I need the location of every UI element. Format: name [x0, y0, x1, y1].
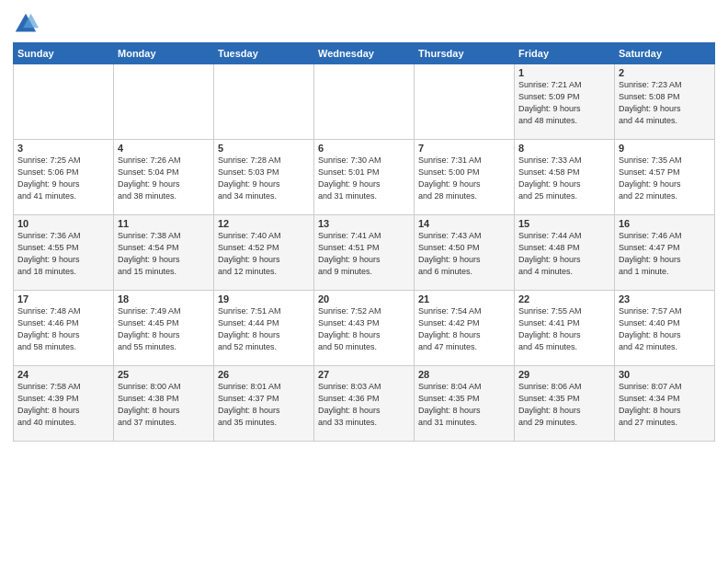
- day-info: Sunrise: 7:51 AM Sunset: 4:44 PM Dayligh…: [218, 305, 310, 353]
- header-cell-tuesday: Tuesday: [214, 43, 314, 64]
- day-info: Sunrise: 7:23 AM Sunset: 5:08 PM Dayligh…: [619, 79, 711, 127]
- header-cell-wednesday: Wednesday: [314, 43, 415, 64]
- calendar-row-2: 10Sunrise: 7:36 AM Sunset: 4:55 PM Dayli…: [14, 215, 715, 291]
- day-number: 4: [118, 143, 210, 154]
- day-info: Sunrise: 8:07 AM Sunset: 4:34 PM Dayligh…: [619, 381, 711, 429]
- day-info: Sunrise: 7:25 AM Sunset: 5:06 PM Dayligh…: [17, 155, 109, 202]
- day-number: 5: [218, 143, 310, 154]
- day-number: 1: [518, 67, 610, 78]
- day-info: Sunrise: 8:01 AM Sunset: 4:37 PM Dayligh…: [218, 381, 310, 429]
- day-info: Sunrise: 7:21 AM Sunset: 5:09 PM Dayligh…: [518, 79, 610, 127]
- day-number: 30: [619, 369, 711, 380]
- day-info: Sunrise: 7:36 AM Sunset: 4:55 PM Dayligh…: [17, 230, 109, 278]
- calendar-cell: 4Sunrise: 7:26 AM Sunset: 5:04 PM Daylig…: [114, 140, 214, 215]
- day-info: Sunrise: 8:06 AM Sunset: 4:35 PM Dayligh…: [518, 381, 610, 429]
- calendar-cell: 8Sunrise: 7:33 AM Sunset: 4:58 PM Daylig…: [515, 140, 615, 215]
- calendar-cell: 26Sunrise: 8:01 AM Sunset: 4:37 PM Dayli…: [214, 366, 314, 442]
- calendar-cell: 10Sunrise: 7:36 AM Sunset: 4:55 PM Dayli…: [14, 215, 114, 291]
- day-number: 14: [418, 218, 510, 229]
- day-number: 16: [619, 218, 711, 229]
- calendar-cell: [14, 64, 114, 140]
- day-info: Sunrise: 7:55 AM Sunset: 4:41 PM Dayligh…: [518, 305, 610, 353]
- calendar-cell: 5Sunrise: 7:28 AM Sunset: 5:03 PM Daylig…: [214, 140, 314, 215]
- day-number: 26: [218, 369, 310, 380]
- calendar-cell: 13Sunrise: 7:41 AM Sunset: 4:51 PM Dayli…: [314, 215, 415, 291]
- day-number: 28: [418, 369, 510, 380]
- day-info: Sunrise: 7:48 AM Sunset: 4:46 PM Dayligh…: [17, 305, 109, 353]
- calendar-cell: 20Sunrise: 7:52 AM Sunset: 4:43 PM Dayli…: [314, 291, 415, 366]
- day-info: Sunrise: 7:31 AM Sunset: 5:00 PM Dayligh…: [418, 155, 510, 202]
- calendar-cell: 16Sunrise: 7:46 AM Sunset: 4:47 PM Dayli…: [615, 215, 715, 291]
- calendar-cell: 27Sunrise: 8:03 AM Sunset: 4:36 PM Dayli…: [314, 366, 415, 442]
- day-number: 9: [619, 143, 711, 154]
- day-number: 12: [218, 218, 310, 229]
- day-info: Sunrise: 7:26 AM Sunset: 5:04 PM Dayligh…: [118, 155, 210, 202]
- day-info: Sunrise: 7:30 AM Sunset: 5:01 PM Dayligh…: [318, 155, 410, 202]
- day-info: Sunrise: 8:04 AM Sunset: 4:35 PM Dayligh…: [418, 381, 510, 429]
- header-cell-thursday: Thursday: [415, 43, 515, 64]
- day-info: Sunrise: 7:28 AM Sunset: 5:03 PM Dayligh…: [218, 155, 310, 202]
- calendar-cell: [415, 64, 515, 140]
- calendar-cell: 7Sunrise: 7:31 AM Sunset: 5:00 PM Daylig…: [415, 140, 515, 215]
- calendar-row-4: 24Sunrise: 7:58 AM Sunset: 4:39 PM Dayli…: [14, 366, 715, 442]
- day-number: 3: [17, 143, 109, 154]
- calendar-row-3: 17Sunrise: 7:48 AM Sunset: 4:46 PM Dayli…: [14, 291, 715, 366]
- day-number: 17: [17, 293, 109, 304]
- calendar-cell: 17Sunrise: 7:48 AM Sunset: 4:46 PM Dayli…: [14, 291, 114, 366]
- calendar-cell: 6Sunrise: 7:30 AM Sunset: 5:01 PM Daylig…: [314, 140, 415, 215]
- calendar-cell: 12Sunrise: 7:40 AM Sunset: 4:52 PM Dayli…: [214, 215, 314, 291]
- day-number: 11: [118, 218, 210, 229]
- day-number: 25: [118, 369, 210, 380]
- calendar-cell: 28Sunrise: 8:04 AM Sunset: 4:35 PM Dayli…: [415, 366, 515, 442]
- calendar-cell: 2Sunrise: 7:23 AM Sunset: 5:08 PM Daylig…: [615, 64, 715, 140]
- day-info: Sunrise: 8:00 AM Sunset: 4:38 PM Dayligh…: [118, 381, 210, 429]
- day-number: 7: [418, 143, 510, 154]
- calendar-cell: 15Sunrise: 7:44 AM Sunset: 4:48 PM Dayli…: [515, 215, 615, 291]
- header-cell-monday: Monday: [114, 43, 214, 64]
- day-number: 8: [518, 143, 610, 154]
- day-info: Sunrise: 7:41 AM Sunset: 4:51 PM Dayligh…: [318, 230, 410, 278]
- calendar-cell: 11Sunrise: 7:38 AM Sunset: 4:54 PM Dayli…: [114, 215, 214, 291]
- day-info: Sunrise: 7:35 AM Sunset: 4:57 PM Dayligh…: [619, 155, 711, 202]
- calendar-body: 1Sunrise: 7:21 AM Sunset: 5:09 PM Daylig…: [14, 64, 715, 442]
- day-number: 22: [518, 293, 610, 304]
- header-cell-friday: Friday: [515, 43, 615, 64]
- day-number: 6: [318, 143, 410, 154]
- day-info: Sunrise: 8:03 AM Sunset: 4:36 PM Dayligh…: [318, 381, 410, 429]
- calendar-cell: 25Sunrise: 8:00 AM Sunset: 4:38 PM Dayli…: [114, 366, 214, 442]
- page: SundayMondayTuesdayWednesdayThursdayFrid…: [0, 0, 728, 563]
- day-info: Sunrise: 7:57 AM Sunset: 4:40 PM Dayligh…: [619, 305, 711, 353]
- header-row: SundayMondayTuesdayWednesdayThursdayFrid…: [14, 43, 715, 64]
- calendar-cell: 9Sunrise: 7:35 AM Sunset: 4:57 PM Daylig…: [615, 140, 715, 215]
- calendar-cell: [214, 64, 314, 140]
- header: [13, 11, 715, 37]
- day-number: 10: [17, 218, 109, 229]
- header-cell-saturday: Saturday: [615, 43, 715, 64]
- day-info: Sunrise: 7:33 AM Sunset: 4:58 PM Dayligh…: [518, 155, 610, 202]
- day-number: 23: [619, 293, 711, 304]
- header-cell-sunday: Sunday: [14, 43, 114, 64]
- day-number: 2: [619, 67, 711, 78]
- day-number: 24: [17, 369, 109, 380]
- calendar-cell: 22Sunrise: 7:55 AM Sunset: 4:41 PM Dayli…: [515, 291, 615, 366]
- day-info: Sunrise: 7:43 AM Sunset: 4:50 PM Dayligh…: [418, 230, 510, 278]
- day-number: 13: [318, 218, 410, 229]
- day-info: Sunrise: 7:46 AM Sunset: 4:47 PM Dayligh…: [619, 230, 711, 278]
- calendar-cell: 29Sunrise: 8:06 AM Sunset: 4:35 PM Dayli…: [515, 366, 615, 442]
- calendar-cell: 21Sunrise: 7:54 AM Sunset: 4:42 PM Dayli…: [415, 291, 515, 366]
- day-number: 15: [518, 218, 610, 229]
- day-info: Sunrise: 7:40 AM Sunset: 4:52 PM Dayligh…: [218, 230, 310, 278]
- day-info: Sunrise: 7:52 AM Sunset: 4:43 PM Dayligh…: [318, 305, 410, 353]
- calendar-cell: 30Sunrise: 8:07 AM Sunset: 4:34 PM Dayli…: [615, 366, 715, 442]
- day-info: Sunrise: 7:54 AM Sunset: 4:42 PM Dayligh…: [418, 305, 510, 353]
- day-info: Sunrise: 7:44 AM Sunset: 4:48 PM Dayligh…: [518, 230, 610, 278]
- calendar-cell: 19Sunrise: 7:51 AM Sunset: 4:44 PM Dayli…: [214, 291, 314, 366]
- calendar-cell: 1Sunrise: 7:21 AM Sunset: 5:09 PM Daylig…: [515, 64, 615, 140]
- calendar-cell: 24Sunrise: 7:58 AM Sunset: 4:39 PM Dayli…: [14, 366, 114, 442]
- logo: [13, 11, 40, 37]
- day-number: 29: [518, 369, 610, 380]
- calendar-cell: 3Sunrise: 7:25 AM Sunset: 5:06 PM Daylig…: [14, 140, 114, 215]
- calendar-header: SundayMondayTuesdayWednesdayThursdayFrid…: [14, 43, 715, 64]
- calendar-cell: 14Sunrise: 7:43 AM Sunset: 4:50 PM Dayli…: [415, 215, 515, 291]
- day-number: 21: [418, 293, 510, 304]
